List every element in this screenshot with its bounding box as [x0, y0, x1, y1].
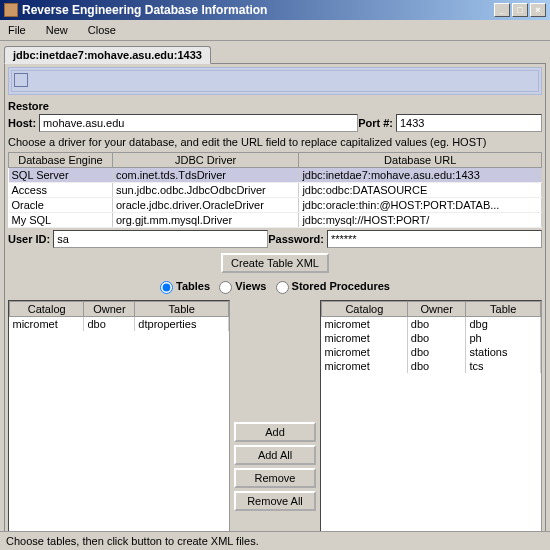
- menubar: File New Close: [0, 20, 550, 41]
- host-label: Host:: [8, 117, 39, 129]
- radio-tables[interactable]: [160, 281, 173, 294]
- remove-button[interactable]: Remove: [234, 468, 316, 488]
- radio-views[interactable]: [219, 281, 232, 294]
- driver-row[interactable]: Oracleoracle.jdbc.driver.OracleDriverjdb…: [9, 198, 542, 213]
- status-bar: Choose tables, then click button to crea…: [0, 531, 550, 550]
- userid-input[interactable]: [53, 230, 268, 248]
- table-row[interactable]: micrometdbodbg: [322, 316, 541, 331]
- menu-close[interactable]: Close: [84, 22, 120, 38]
- helper-text: Choose a driver for your database, and e…: [8, 134, 542, 150]
- selected-list[interactable]: Catalog Owner Table micrometdbodbgmicrom…: [320, 300, 542, 550]
- table-row[interactable]: micrometdbodtproperties: [10, 316, 229, 331]
- password-label: Password:: [268, 233, 327, 245]
- remove-all-button[interactable]: Remove All: [234, 491, 316, 511]
- window-titlebar: Reverse Engineering Database Information…: [0, 0, 550, 20]
- tab-connection[interactable]: jdbc:inetdae7:mohave.asu.edu:1433: [4, 46, 211, 64]
- radio-sprocs[interactable]: [276, 281, 289, 294]
- header-strip: [8, 67, 542, 95]
- object-type-radios: Tables Views Stored Procedures: [8, 276, 542, 298]
- host-input[interactable]: [39, 114, 358, 132]
- main-panel: Restore Host: Port #: Choose a driver fo…: [4, 63, 546, 550]
- table-row[interactable]: micrometdboph: [322, 331, 541, 345]
- restore-label: Restore: [8, 98, 542, 114]
- tabbar: jdbc:inetdae7:mohave.asu.edu:1433: [0, 41, 550, 63]
- driver-header-engine: Database Engine: [9, 153, 113, 168]
- driver-row[interactable]: My SQLorg.gjt.mm.mysql.Driverjdbc:mysql:…: [9, 213, 542, 228]
- window-title: Reverse Engineering Database Information: [22, 3, 494, 17]
- driver-row[interactable]: SQL Servercom.inet.tds.TdsDriverjdbc:ine…: [9, 168, 542, 183]
- driver-table[interactable]: Database Engine JDBC Driver Database URL…: [8, 152, 542, 228]
- userid-label: User ID:: [8, 233, 53, 245]
- driver-header-url: Database URL: [299, 153, 542, 168]
- driver-header-driver: JDBC Driver: [112, 153, 298, 168]
- port-label: Port #:: [358, 117, 396, 129]
- create-xml-button[interactable]: Create Table XML: [221, 253, 329, 273]
- available-list[interactable]: Catalog Owner Table micrometdbodtpropert…: [8, 300, 230, 550]
- close-window-button[interactable]: ×: [530, 3, 546, 17]
- minimize-button[interactable]: _: [494, 3, 510, 17]
- transfer-buttons: Add Add All Remove Remove All: [234, 300, 316, 550]
- table-row[interactable]: micrometdbostations: [322, 345, 541, 359]
- password-input[interactable]: [327, 230, 542, 248]
- menu-new[interactable]: New: [42, 22, 72, 38]
- driver-row[interactable]: Accesssun.jdbc.odbc.JdbcOdbcDriverjdbc:o…: [9, 183, 542, 198]
- menu-file[interactable]: File: [4, 22, 30, 38]
- maximize-button[interactable]: □: [512, 3, 528, 17]
- table-row[interactable]: micrometdbotcs: [322, 359, 541, 373]
- document-icon: [14, 73, 28, 87]
- app-icon: [4, 3, 18, 17]
- port-input[interactable]: [396, 114, 542, 132]
- add-button[interactable]: Add: [234, 422, 316, 442]
- add-all-button[interactable]: Add All: [234, 445, 316, 465]
